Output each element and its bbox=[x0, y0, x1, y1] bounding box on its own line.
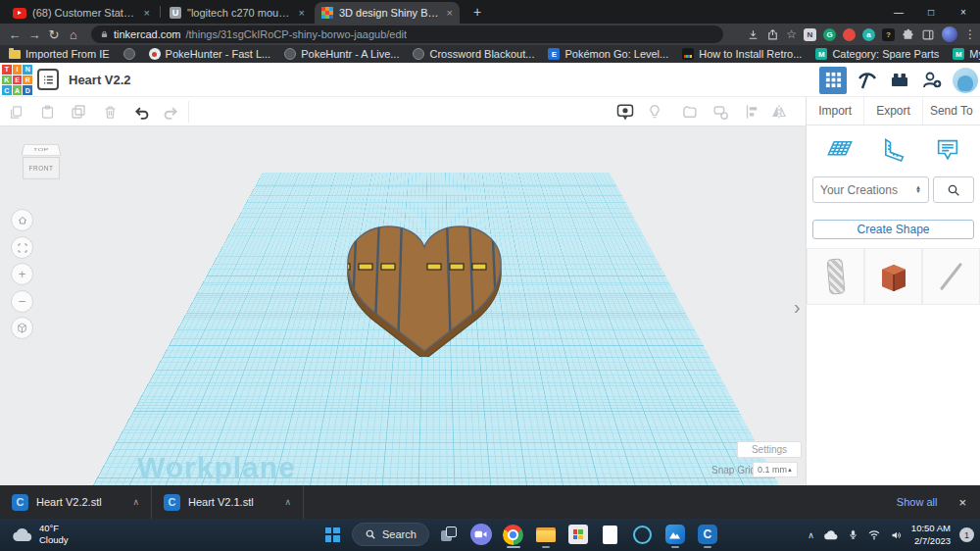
duplicate-icon[interactable] bbox=[69, 102, 88, 122]
send-to-button[interactable]: Send To bbox=[922, 97, 980, 125]
delete-icon[interactable] bbox=[100, 102, 120, 122]
download-menu-chevron-icon[interactable]: ∧ bbox=[132, 497, 139, 507]
notes-tool-icon[interactable] bbox=[934, 136, 961, 164]
cura-taskbar-button[interactable]: C bbox=[695, 522, 720, 547]
new-tab-button[interactable]: + bbox=[468, 3, 486, 21]
design-menu-icon[interactable] bbox=[37, 69, 59, 90]
snap-grid-dropdown[interactable]: 0.1 mm ▲ bbox=[753, 462, 798, 477]
settings-button[interactable]: Settings bbox=[737, 441, 802, 458]
window-minimize-button[interactable]: — bbox=[882, 0, 915, 24]
window-maximize-button[interactable]: □ bbox=[914, 0, 948, 24]
reload-icon[interactable]: ↻ bbox=[44, 24, 64, 45]
side-panel-icon[interactable] bbox=[921, 28, 935, 41]
speaker-icon[interactable] bbox=[890, 529, 903, 541]
tab-close-icon[interactable]: × bbox=[144, 7, 150, 19]
bookmark-imported-from-ie[interactable]: Imported From IE bbox=[9, 48, 110, 60]
tab-close-icon[interactable]: × bbox=[299, 7, 305, 19]
align-icon[interactable] bbox=[742, 102, 761, 122]
microphone-icon[interactable] bbox=[848, 528, 858, 541]
honey-extension-icon[interactable]: ? bbox=[882, 28, 895, 41]
taskbar-weather-widget[interactable]: 40°FCloudy bbox=[12, 523, 69, 547]
heart-model[interactable] bbox=[326, 204, 522, 357]
bookmark-myminifactory[interactable]: MMyMiniFactory - Se... bbox=[953, 48, 980, 60]
import-button[interactable]: Import bbox=[807, 97, 863, 125]
onedrive-cloud-icon[interactable] bbox=[823, 529, 839, 540]
bookmark-spare-parts[interactable]: MCategory: Spare Parts bbox=[815, 48, 939, 60]
url-bar[interactable]: tinkercad.com/things/31sgCkIRoCP-shiny-b… bbox=[91, 25, 723, 43]
bookmark-retro[interactable]: How to Install Retro... bbox=[682, 48, 802, 60]
extension-icon-n[interactable]: N bbox=[804, 28, 816, 41]
alexa-button[interactable] bbox=[630, 522, 656, 547]
workplane-tool-icon[interactable] bbox=[825, 136, 855, 164]
tray-overflow-chevron-icon[interactable]: ∧ bbox=[808, 530, 814, 540]
minecraft-pickaxe-icon[interactable] bbox=[856, 69, 879, 92]
brick-icon[interactable] bbox=[888, 69, 911, 92]
forward-icon[interactable]: → bbox=[24, 24, 44, 45]
redo-icon[interactable] bbox=[161, 102, 180, 122]
window-close-button[interactable]: × bbox=[947, 0, 980, 24]
copy-icon[interactable] bbox=[6, 102, 25, 122]
design-title[interactable]: Heart V2.2 bbox=[69, 73, 131, 87]
back-icon[interactable]: ← bbox=[5, 24, 24, 45]
3d-viewport[interactable]: Workplane TOP FRONT + − Settings Snap Gr… bbox=[0, 126, 806, 485]
view-cube-front-face[interactable]: FRONT bbox=[23, 157, 60, 179]
paste-icon[interactable] bbox=[37, 102, 57, 122]
tab-tinkercad-active[interactable]: 3D design Shiny Borwo-Jaagub | × bbox=[315, 2, 460, 24]
tab-youtube[interactable]: (68) Customer States: "Fingers Cr × bbox=[6, 2, 157, 24]
bookmark-site-only[interactable] bbox=[123, 48, 135, 60]
browser-profile-avatar[interactable] bbox=[942, 26, 957, 42]
download-item[interactable]: C Heart V2.2.stl ∧ bbox=[0, 485, 152, 519]
create-shape-button[interactable]: Create Shape bbox=[812, 220, 974, 239]
bookmark-pokehunter[interactable]: PokeHunter - Fast L... bbox=[149, 48, 271, 60]
shape-category-dropdown[interactable]: Your Creations ▲▼ bbox=[812, 176, 929, 203]
shape-search-button[interactable] bbox=[933, 176, 974, 203]
ungroup-icon[interactable] bbox=[710, 102, 730, 122]
chat-button[interactable] bbox=[468, 522, 494, 547]
download-menu-chevron-icon[interactable]: ∧ bbox=[284, 497, 291, 507]
taskbar-clock[interactable]: 10:50 AM2/7/2023 bbox=[911, 523, 951, 547]
tab-thingiverse[interactable]: U "logitech c270 mount ender 3" 3 × bbox=[163, 2, 312, 24]
view-cube-top-face[interactable]: TOP bbox=[22, 144, 62, 155]
light-bulb-icon[interactable] bbox=[645, 102, 664, 122]
bookmark-pokemon-go[interactable]: EPokémon Go: Level... bbox=[548, 48, 668, 60]
shape-card-heart-box[interactable] bbox=[865, 249, 921, 304]
tab-close-icon[interactable]: × bbox=[447, 7, 453, 19]
downloads-bar-close-icon[interactable]: × bbox=[958, 495, 966, 510]
red-extension-icon[interactable] bbox=[843, 28, 856, 41]
notification-count-badge[interactable]: 1 bbox=[959, 527, 974, 542]
bookmark-star-icon[interactable]: ☆ bbox=[786, 27, 797, 41]
extensions-puzzle-icon[interactable] bbox=[902, 28, 914, 41]
user-avatar[interactable] bbox=[953, 68, 978, 93]
task-view-button[interactable] bbox=[436, 522, 462, 547]
ruler-tool-icon[interactable] bbox=[880, 136, 907, 164]
view-cube[interactable]: TOP FRONT bbox=[21, 141, 62, 179]
fit-view-button[interactable] bbox=[11, 236, 33, 259]
show-all-downloads-link[interactable]: Show all bbox=[897, 496, 938, 508]
bookmark-crossword[interactable]: Crossword Blackout... bbox=[413, 48, 534, 60]
bookmark-pokehuntr[interactable]: PokeHuntr - A Live... bbox=[284, 48, 399, 60]
download-item[interactable]: C Heart V2.1.stl ∧ bbox=[152, 485, 304, 519]
taskbar-search[interactable]: Search bbox=[352, 523, 429, 546]
chrome-taskbar-button[interactable] bbox=[501, 522, 526, 547]
shape-card-slab[interactable] bbox=[808, 249, 863, 304]
wifi-icon[interactable] bbox=[867, 529, 881, 540]
export-button[interactable]: Export bbox=[863, 97, 921, 125]
share-icon[interactable] bbox=[766, 28, 779, 41]
download-icon[interactable] bbox=[747, 28, 760, 41]
tinkercad-logo[interactable]: TIN KER CAD bbox=[2, 65, 32, 95]
add-user-icon[interactable] bbox=[920, 69, 944, 92]
home-icon[interactable]: ⌂ bbox=[64, 24, 83, 45]
zoom-in-button[interactable]: + bbox=[11, 263, 33, 285]
browser-menu-icon[interactable]: ⋮ bbox=[964, 27, 976, 41]
lock-icon[interactable] bbox=[100, 29, 109, 39]
mirror-icon[interactable] bbox=[769, 102, 789, 122]
show-all-eye-icon[interactable] bbox=[615, 102, 635, 122]
grammarly-extension-icon[interactable]: G bbox=[823, 28, 836, 41]
start-button[interactable] bbox=[319, 522, 345, 547]
group-icon[interactable] bbox=[679, 102, 699, 122]
home-view-button[interactable] bbox=[11, 209, 33, 231]
photos-app-button[interactable] bbox=[662, 522, 688, 547]
shape-card-rod[interactable] bbox=[923, 249, 979, 304]
panel-collapse-chevron-icon[interactable]: › bbox=[794, 296, 801, 319]
3d-design-view-button[interactable] bbox=[819, 67, 847, 94]
